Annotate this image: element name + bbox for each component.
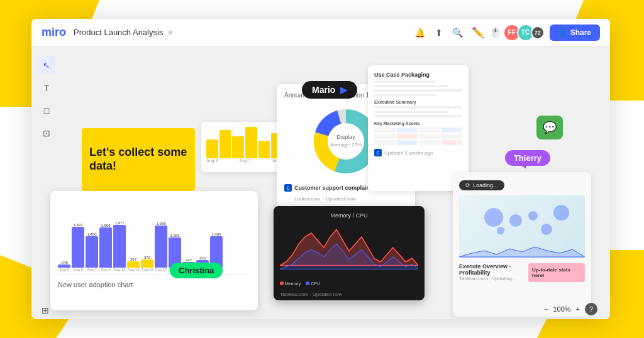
doc-table-row-1 <box>374 128 462 133</box>
search-icon[interactable]: 🔍 <box>452 26 464 39</box>
miro-canvas: miro Product Launch Analysis ★ 🔔 ⬆ 🔍 ✏️ … <box>31 19 610 319</box>
miro-logo: miro <box>42 26 66 39</box>
doc-cell-7 <box>419 134 440 139</box>
cpu-updated: Updated now <box>313 292 342 297</box>
zoom-level[interactable]: 100% <box>553 305 570 313</box>
map-dot-1 <box>484 208 503 227</box>
bottom-bar: − 100% + ? <box>544 303 597 315</box>
svg-text:Display: Display <box>336 134 355 140</box>
adopt-bar-4 <box>99 227 112 268</box>
adoption-chart-title: New user adoption chart <box>58 281 133 288</box>
cursor-tool-icon[interactable]: 🖱️ <box>489 26 502 38</box>
text-tool[interactable]: T <box>38 79 55 97</box>
bar-3 <box>232 136 244 158</box>
doc-cell-12 <box>441 140 463 145</box>
mario-label-text: Mario <box>312 85 335 95</box>
share-icon: 👤 <box>558 28 568 37</box>
doc-cell-11 <box>419 140 440 145</box>
help-button[interactable]: ? <box>585 303 597 315</box>
mario-cursor-label: Mario ▶ <box>302 81 357 99</box>
cpu-chart-area <box>280 222 418 273</box>
avatar-count: 72 <box>531 26 545 40</box>
loading-badge: ⟳ Loading... <box>459 180 504 190</box>
doc-table-row-2 <box>374 134 462 139</box>
donut-source: Looker.com <box>294 196 320 202</box>
adopt-bar-group-7: 372 Aug 15 <box>141 256 153 271</box>
toolbar: miro Product Launch Analysis ★ 🔔 ⬆ 🔍 ✏️ … <box>31 19 610 46</box>
canvas-content[interactable]: Aug 3Aug 7Aug 11Aug 15 Let's collect som… <box>31 46 610 319</box>
cpu-legend-text: CPU <box>311 281 320 286</box>
adopt-bar-group-4: 1,866 Aug 9 <box>99 224 112 271</box>
toolbar-icons: 🔔 ⬆ 🔍 <box>414 26 464 39</box>
pink-sticky-note[interactable]: Up-to-date stats here! <box>528 263 585 282</box>
bar-4 <box>245 127 257 158</box>
sticky-note-collect[interactable]: Let's collect some data! <box>82 128 195 191</box>
tableau-map-card: ⟳ Loading... Execute Overview - Profitab… <box>453 172 591 317</box>
doc-section2: Key Marketing Assets <box>374 121 462 126</box>
doc-cell-8 <box>441 134 463 139</box>
sticky-tool[interactable]: □ <box>38 102 55 119</box>
tableau-map <box>459 195 585 258</box>
christina-cursor-label: Christina <box>170 263 223 278</box>
bar-5 <box>258 141 270 158</box>
toolbar-right: ✏️ 🖱️ FF TC 72 👤 Share <box>472 24 600 41</box>
avatar-group: FF TC 72 <box>507 24 545 41</box>
frame-tool[interactable]: ⊡ <box>38 124 55 142</box>
doc-cell-1 <box>374 128 396 133</box>
upload-icon[interactable]: ⬆ <box>433 26 445 39</box>
star-icon[interactable]: ★ <box>167 28 174 37</box>
doc-updated: Updated 2 weeks ago <box>384 150 433 156</box>
doc-cell-3 <box>419 128 440 133</box>
adopt-bar-6 <box>127 261 140 268</box>
doc-cell-2 <box>397 128 418 133</box>
doc-line-4 <box>374 94 436 96</box>
bottom-left-toolbar: ⊞ <box>42 305 49 315</box>
christina-label-text: Christina <box>179 266 214 275</box>
chat-bubble-icon: 💬 <box>543 121 557 134</box>
zoom-in-button[interactable]: + <box>576 305 580 313</box>
doc-line-6 <box>374 111 449 113</box>
grid-icon[interactable]: ⊞ <box>42 305 49 315</box>
svg-text:Average: 23%: Average: 23% <box>330 142 362 148</box>
memory-legend-text: Memory <box>285 281 301 286</box>
cpu-source: Tableau.com · Updated now <box>280 292 418 297</box>
doc-cell-9 <box>374 140 396 145</box>
doc-line-5 <box>374 106 462 109</box>
adopt-bar-group-2: 1,891 Aug 5 <box>72 223 84 271</box>
select-tool[interactable]: ↖ <box>38 57 55 74</box>
share-button[interactable]: 👤 Share <box>550 25 600 41</box>
tableau-mini-chart <box>459 239 585 258</box>
adopt-bar-2 <box>72 227 84 268</box>
board-title[interactable]: Product Launch Analysis <box>74 28 163 37</box>
doc-section1: Executive Summary <box>374 100 462 104</box>
doc-line-7 <box>374 115 462 117</box>
adopt-bar-group-1: .046 Aug 3 <box>58 261 70 271</box>
pencil-icon[interactable]: ✏️ <box>472 26 484 38</box>
adopt-bar-8 <box>155 226 167 268</box>
left-tools: ↖ T □ ⊡ <box>38 57 55 142</box>
cpu-chart-card: Memory / CPU Memory CPU Tableau.com · U <box>274 206 425 300</box>
pink-sticky-text: Up-to-date stats here! <box>532 267 570 278</box>
doc-cell-5 <box>374 134 396 139</box>
doc-cell-6 <box>397 134 418 139</box>
adopt-bar-3 <box>86 236 98 268</box>
tableau-card-footer: Execute Overview - Profitability Tableau… <box>459 263 585 282</box>
sticky-note-text: Let's collect some data! <box>89 146 187 173</box>
bar-1 <box>206 139 218 158</box>
tableau-card-title: Execute Overview - Profitability <box>459 263 525 276</box>
bell-icon[interactable]: 🔔 <box>414 26 426 39</box>
map-dot-6 <box>541 224 552 235</box>
doc-confluence-icon: C <box>374 149 382 156</box>
cpu-chart-title: Memory / CPU <box>280 212 418 219</box>
doc-line-1 <box>374 80 436 83</box>
tableau-status: Updating... <box>492 276 516 281</box>
chat-bubble[interactable]: 💬 <box>536 116 563 139</box>
map-dot-2 <box>509 214 522 227</box>
map-dot-3 <box>528 211 538 221</box>
loading-spinner-icon: ⟳ <box>465 182 470 188</box>
doc-table-row-3 <box>374 140 462 145</box>
adopt-bar-group-6: 267 Aug 13 <box>127 258 140 271</box>
cpu-legend-dot <box>306 281 309 285</box>
cpu-area-svg <box>280 222 418 273</box>
zoom-out-button[interactable]: − <box>544 305 548 313</box>
